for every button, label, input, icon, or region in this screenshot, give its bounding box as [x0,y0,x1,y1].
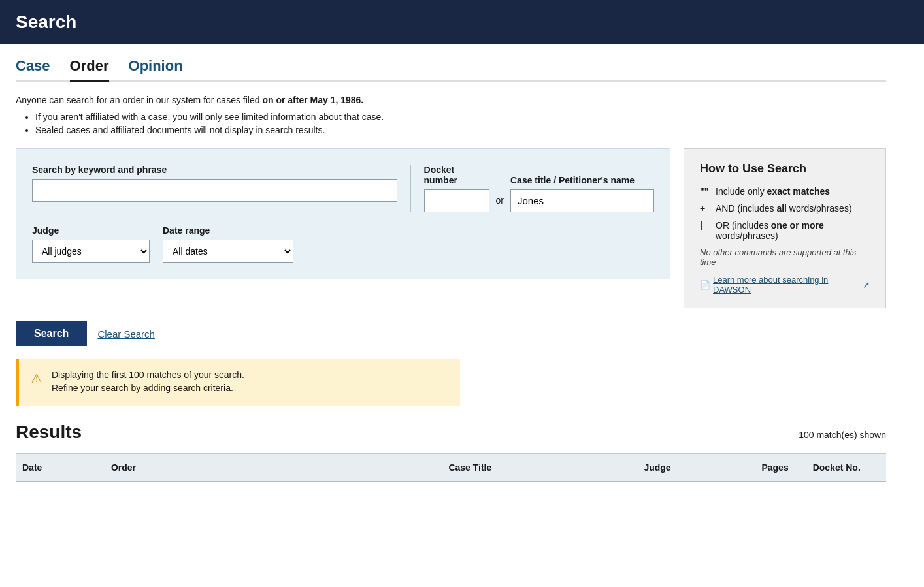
col-header-pages: Pages [744,454,806,481]
how-to-symbol-2: + [700,203,710,214]
tab-bar: Case Order Opinion [16,57,886,82]
button-row: Search Clear Search [16,321,886,346]
col-header-date: Date [16,454,105,481]
col-header-order: Order [105,454,442,481]
tab-case[interactable]: Case [16,57,50,82]
how-to-row-3: | OR (includes one or more words/phrases… [700,220,870,241]
field-judge: Judge All judges [32,225,150,263]
external-link-icon: ↗ [863,280,870,290]
alert-line-1: Displaying the first 100 matches of your… [52,370,244,380]
results-count: 100 match(es) shown [799,430,886,440]
judge-label: Judge [32,225,150,236]
bullet-2: Sealed cases and affiliated documents wi… [35,125,886,135]
info-bullets: If you aren't affiliated with a case, yo… [35,112,886,135]
how-to-text-2: AND (includes all words/phrases) [716,203,852,214]
how-to-row-1: "" Include only exact matches [700,186,870,197]
keyword-input[interactable] [32,179,397,202]
col-header-judge: Judge [637,454,744,481]
case-title-label: Case title / Petitioner's name [510,175,654,185]
form-row-1: Search by keyword and phrase Docket numb… [32,165,654,212]
judge-select[interactable]: All judges [32,240,150,263]
search-form-panel: Search by keyword and phrase Docket numb… [16,148,670,279]
search-area: Search by keyword and phrase Docket numb… [16,148,886,308]
alert-text: Displaying the first 100 matches of your… [52,370,244,396]
col-header-docket: Docket No. [806,454,886,481]
keyword-label: Search by keyword and phrase [32,165,397,175]
results-table: Date Order Case Title Judge Pages Docket… [16,453,886,482]
docket-input[interactable] [424,189,489,212]
tab-order[interactable]: Order [70,57,109,82]
page-title: Search [16,12,908,33]
col-header-case-title: Case Title [442,454,637,481]
info-description: Anyone can search for an order in our sy… [16,95,886,105]
tab-opinion[interactable]: Opinion [129,57,183,82]
warning-icon: ⚠ [31,371,42,387]
field-docket: Docket number [424,165,489,212]
field-docket-case: Docket number or Case title / Petitioner… [411,165,654,212]
docket-label: Docket number [424,165,489,185]
or-label: or [496,195,504,206]
clear-search-button[interactable]: Clear Search [97,328,155,340]
case-title-input[interactable] [510,189,654,212]
form-row-2: Judge All judges Date range All dates [32,225,654,263]
table-header-row: Date Order Case Title Judge Pages Docket… [16,454,886,481]
field-date: Date range All dates [163,225,293,263]
results-header: Results 100 match(es) shown [16,422,886,443]
main-content: Case Order Opinion Anyone can search for… [0,44,902,495]
how-to-text-1: Include only exact matches [716,186,830,197]
field-keyword: Search by keyword and phrase [32,165,411,212]
how-to-symbol-1: "" [700,186,710,197]
how-to-title: How to Use Search [700,162,870,176]
results-title: Results [16,422,82,443]
date-select[interactable]: All dates [163,240,293,263]
learn-more-link[interactable]: Learn more about searching in DAWSON ↗ [700,275,870,294]
field-case-title: Case title / Petitioner's name [510,175,654,212]
search-button[interactable]: Search [16,321,87,346]
bullet-1: If you aren't affiliated with a case, yo… [35,112,886,122]
how-to-symbol-3: | [700,220,710,230]
how-to-panel: How to Use Search "" Include only exact … [684,148,886,308]
no-commands-text: No other commands are supported at this … [700,247,870,267]
alert-line-2: Refine your search by adding search crit… [52,383,244,393]
how-to-text-3: OR (includes one or more words/phrases) [716,220,870,241]
date-label: Date range [163,225,293,236]
page-header: Search [0,0,924,44]
alert-banner: ⚠ Displaying the first 100 matches of yo… [16,359,460,406]
learn-more-label: Learn more about searching in DAWSON [713,275,860,294]
how-to-row-2: + AND (includes all words/phrases) [700,203,870,214]
